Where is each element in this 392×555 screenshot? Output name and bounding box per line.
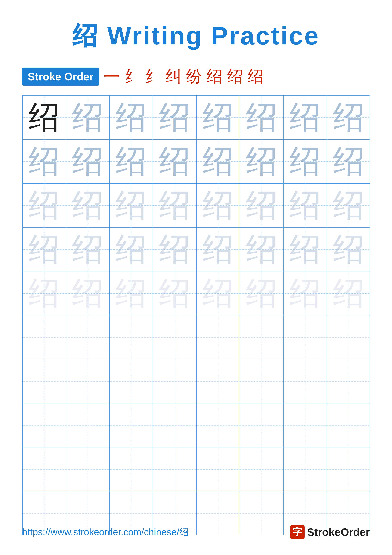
grid-cell-9-8[interactable] [327, 447, 371, 491]
grid-cell-1-8[interactable]: 绍 [327, 95, 371, 139]
grid-cell-3-2[interactable]: 绍 [66, 183, 110, 227]
char-guide: 绍 [159, 146, 190, 177]
char-guide: 绍 [289, 234, 321, 265]
grid-cell-4-3[interactable]: 绍 [110, 227, 153, 271]
grid-cell-2-3[interactable]: 绍 [110, 139, 153, 183]
grid-cell-1-4[interactable]: 绍 [153, 95, 197, 139]
grid-cell-8-6[interactable] [240, 403, 284, 447]
char-guide: 绍 [72, 278, 103, 309]
grid-cell-4-4[interactable]: 绍 [153, 227, 197, 271]
grid-cell-5-3[interactable]: 绍 [110, 271, 153, 315]
footer: https://www.strokeorder.com/chinese/绍 字 … [22, 525, 370, 539]
grid-cell-6-4[interactable] [153, 315, 197, 359]
grid-cell-8-4[interactable] [153, 403, 197, 447]
grid-cell-8-2[interactable] [66, 403, 110, 447]
grid-cell-1-6[interactable]: 绍 [240, 95, 284, 139]
stroke-3: 纟 [145, 66, 161, 87]
char-guide: 绍 [289, 146, 321, 177]
grid-cell-9-3[interactable] [110, 447, 153, 491]
stroke-chars: ㇐ 纟 纟 纠 纷 绍 绍 绍 [104, 66, 370, 87]
char-guide: 绍 [246, 278, 277, 309]
char-guide: 绍 [246, 102, 277, 133]
grid-cell-1-7[interactable]: 绍 [284, 95, 327, 139]
grid-cell-4-5[interactable]: 绍 [197, 227, 240, 271]
grid-cell-6-5[interactable] [197, 315, 240, 359]
grid-cell-2-6[interactable]: 绍 [240, 139, 284, 183]
grid-cell-9-4[interactable] [153, 447, 197, 491]
char-guide: 绍 [289, 278, 321, 309]
logo-chinese-char: 字 [293, 526, 302, 539]
grid-cell-3-5[interactable]: 绍 [197, 183, 240, 227]
grid-cell-9-1[interactable] [23, 447, 66, 491]
stroke-5: 纷 [186, 66, 202, 87]
grid-cell-8-1[interactable] [23, 403, 66, 447]
grid-cell-9-2[interactable] [66, 447, 110, 491]
grid-cell-2-8[interactable]: 绍 [327, 139, 371, 183]
footer-url[interactable]: https://www.strokeorder.com/chinese/绍 [22, 526, 189, 539]
grid-cell-8-8[interactable] [327, 403, 371, 447]
grid-cell-9-5[interactable] [197, 447, 240, 491]
grid-cell-2-5[interactable]: 绍 [197, 139, 240, 183]
grid-cell-4-6[interactable]: 绍 [240, 227, 284, 271]
grid-cell-5-6[interactable]: 绍 [240, 271, 284, 315]
char-guide: 绍 [202, 146, 234, 177]
grid-cell-3-4[interactable]: 绍 [153, 183, 197, 227]
grid-cell-5-5[interactable]: 绍 [197, 271, 240, 315]
grid-cell-8-5[interactable] [197, 403, 240, 447]
grid-cell-7-5[interactable] [197, 359, 240, 403]
grid-cell-3-6[interactable]: 绍 [240, 183, 284, 227]
grid-cell-7-1[interactable] [23, 359, 66, 403]
grid-cell-3-8[interactable]: 绍 [327, 183, 371, 227]
page: 绍 Writing Practice Stroke Order ㇐ 纟 纟 纠 … [0, 0, 392, 555]
grid-cell-5-7[interactable]: 绍 [284, 271, 327, 315]
grid-cell-2-7[interactable]: 绍 [284, 139, 327, 183]
grid-cell-1-3[interactable]: 绍 [110, 95, 153, 139]
grid-cell-6-6[interactable] [240, 315, 284, 359]
grid-cell-5-2[interactable]: 绍 [66, 271, 110, 315]
grid-cell-3-1[interactable]: 绍 [23, 183, 66, 227]
grid-cell-5-4[interactable]: 绍 [153, 271, 197, 315]
char-guide: 绍 [202, 234, 234, 265]
char-guide: 绍 [246, 190, 277, 221]
grid-cell-3-7[interactable]: 绍 [284, 183, 327, 227]
grid-cell-4-7[interactable]: 绍 [284, 227, 327, 271]
grid-cell-7-7[interactable] [284, 359, 327, 403]
char-guide: 绍 [72, 234, 103, 265]
char-guide: 绍 [28, 278, 60, 309]
grid-cell-3-3[interactable]: 绍 [110, 183, 153, 227]
char-guide: 绍 [333, 234, 364, 265]
grid-cell-4-2[interactable]: 绍 [66, 227, 110, 271]
grid-cell-2-1[interactable]: 绍 [23, 139, 66, 183]
char-guide: 绍 [202, 278, 234, 309]
grid-cell-5-8[interactable]: 绍 [327, 271, 371, 315]
grid-cell-4-1[interactable]: 绍 [23, 227, 66, 271]
grid-cell-6-3[interactable] [110, 315, 153, 359]
grid-cell-5-1[interactable]: 绍 [23, 271, 66, 315]
grid-cell-7-2[interactable] [66, 359, 110, 403]
char-guide: 绍 [289, 102, 321, 133]
grid-cell-8-3[interactable] [110, 403, 153, 447]
logo-text: StrokeOrder [307, 526, 370, 538]
grid-cell-1-1[interactable]: 绍 [23, 95, 66, 139]
grid-cell-1-2[interactable]: 绍 [66, 95, 110, 139]
grid-cell-6-1[interactable] [23, 315, 66, 359]
grid-cell-7-6[interactable] [240, 359, 284, 403]
grid-cell-2-2[interactable]: 绍 [66, 139, 110, 183]
char-guide: 绍 [72, 102, 103, 133]
grid-cell-8-7[interactable] [284, 403, 327, 447]
grid-cell-6-8[interactable] [327, 315, 371, 359]
stroke-1: ㇐ [104, 66, 120, 87]
grid-cell-9-7[interactable] [284, 447, 327, 491]
grid-row-7 [23, 359, 370, 403]
char-guide: 绍 [333, 278, 364, 309]
grid-cell-7-3[interactable] [110, 359, 153, 403]
grid-cell-6-2[interactable] [66, 315, 110, 359]
grid-cell-7-4[interactable] [153, 359, 197, 403]
char-guide: 绍 [28, 146, 60, 177]
grid-cell-4-8[interactable]: 绍 [327, 227, 371, 271]
grid-cell-6-7[interactable] [284, 315, 327, 359]
grid-cell-7-8[interactable] [327, 359, 371, 403]
grid-cell-9-6[interactable] [240, 447, 284, 491]
grid-cell-1-5[interactable]: 绍 [197, 95, 240, 139]
grid-cell-2-4[interactable]: 绍 [153, 139, 197, 183]
